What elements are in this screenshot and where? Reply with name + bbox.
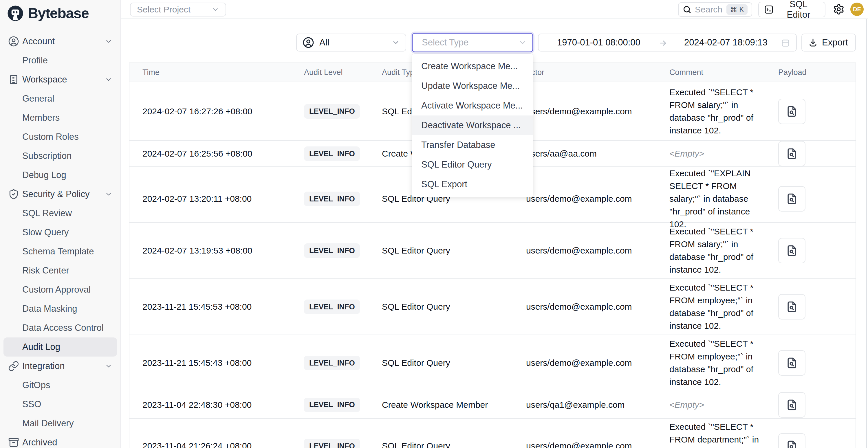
export-button[interactable]: Export [801, 34, 856, 52]
cell-audit-level: LEVEL_INFO [302, 419, 380, 448]
cell-payload [775, 223, 856, 279]
cell-actor: users/demo@example.com [523, 167, 666, 231]
cell-actor: users/aa@aa.com [523, 141, 666, 166]
sidebar-item-label: General [22, 94, 54, 104]
gear-icon [833, 3, 844, 15]
sidebar-item-integration[interactable]: Integration [0, 357, 120, 376]
nav-icon-spacer [8, 265, 19, 276]
payload-view-button[interactable] [778, 433, 805, 448]
search-placeholder: Search [695, 5, 726, 14]
sidebar-item-account[interactable]: Account [0, 32, 120, 51]
type-menu-item-label: Transfer Database [421, 140, 495, 150]
cell-audit-type: SQL Editor Query [380, 335, 523, 391]
sidebar-item-custom-roles[interactable]: Custom Roles [0, 127, 120, 147]
building-icon [8, 74, 19, 85]
sidebar-item-custom-approval[interactable]: Custom Approval [0, 280, 120, 299]
sidebar-item-schema-template[interactable]: Schema Template [0, 242, 120, 261]
sidebar-item-general[interactable]: General [0, 89, 120, 108]
column-header-comment: Comment [666, 63, 775, 82]
bytebase-logo-icon [7, 5, 24, 22]
cell-actor: users/demo@example.com [523, 335, 666, 391]
actor-filter-select[interactable]: All [296, 34, 406, 52]
payload-view-button[interactable] [778, 186, 805, 212]
type-menu-item-label: Create Workspace Me... [421, 61, 518, 71]
column-header-actor: Actor [523, 63, 666, 82]
link-icon [8, 361, 19, 372]
table-row: 2023-11-21 15:45:53 +08:00 LEVEL_INFO SQ… [129, 279, 856, 335]
type-menu-item-update-workspace-me[interactable]: Update Workspace Me... [412, 76, 533, 96]
type-filter-select[interactable]: Select Type [412, 33, 533, 52]
sidebar-item-slow-query[interactable]: Slow Query [0, 223, 120, 242]
sidebar-item-label: Schema Template [22, 246, 94, 257]
type-menu-item-sql-editor-query[interactable]: SQL Editor Query [412, 155, 533, 174]
scrollbar[interactable] [866, 19, 867, 448]
sidebar-item-members[interactable]: Members [0, 108, 120, 127]
type-menu-item-create-workspace-me[interactable]: Create Workspace Me... [412, 57, 533, 76]
nav-icon-spacer [8, 151, 19, 161]
sidebar-item-gitops[interactable]: GitOps [0, 376, 120, 395]
sidebar-item-mail-delivery[interactable]: Mail Delivery [0, 414, 120, 433]
level-badge: LEVEL_INFO [304, 147, 360, 161]
cell-payload [775, 82, 856, 140]
sidebar-item-label: Security & Policy [22, 189, 90, 199]
sidebar-item-label: Audit Log [22, 342, 60, 352]
nav-icon-spacer [8, 380, 19, 391]
payload-view-button[interactable] [778, 350, 805, 376]
chevron-down-icon [392, 38, 400, 46]
payload-view-button[interactable] [778, 141, 805, 166]
sidebar-item-profile[interactable]: Profile [0, 51, 120, 70]
type-menu-item-transfer-database[interactable]: Transfer Database [412, 135, 533, 155]
cell-audit-level: LEVEL_INFO [302, 141, 380, 166]
search-input[interactable]: Search ⌘ K [678, 2, 752, 17]
column-header-audit-level: Audit Level [302, 63, 380, 82]
sidebar-item-security-policy[interactable]: Security & Policy [0, 185, 120, 204]
sidebar-item-workspace[interactable]: Workspace [0, 70, 120, 89]
sidebar-item-label: GitOps [22, 380, 50, 390]
sidebar-item-data-access-control[interactable]: Data Access Control [0, 318, 120, 338]
date-range-picker[interactable]: 1970-01-01 08:00:00 2024-02-07 18:09:13 [538, 34, 797, 52]
sidebar-item-label: Mail Delivery [22, 418, 73, 428]
type-menu-item-label: SQL Editor Query [421, 159, 492, 170]
cell-actor: users/demo@example.com [523, 82, 666, 140]
brand-logo[interactable]: Bytebase [0, 0, 120, 27]
settings-gear-button[interactable] [833, 3, 845, 15]
payload-view-button[interactable] [778, 238, 805, 263]
type-menu-item-label: Activate Workspace Me... [421, 100, 523, 111]
project-select[interactable]: Select Project [130, 3, 226, 17]
sidebar-item-sql-review[interactable]: SQL Review [0, 204, 120, 223]
type-menu-item-deactivate-workspace[interactable]: Deactivate Workspace ... [412, 116, 533, 135]
sidebar-item-data-masking[interactable]: Data Masking [0, 299, 120, 318]
sidebar-item-risk-center[interactable]: Risk Center [0, 261, 120, 280]
cell-time: 2024-02-07 13:19:53 +08:00 [129, 223, 302, 279]
sidebar-item-sso[interactable]: SSO [0, 395, 120, 414]
file-search-icon [785, 440, 798, 448]
payload-view-button[interactable] [778, 99, 805, 124]
download-icon [808, 38, 817, 47]
table-row: 2023-11-21 15:45:43 +08:00 LEVEL_INFO SQ… [129, 335, 856, 391]
user-avatar[interactable]: DE [850, 3, 864, 16]
cell-comment: Executed `"SELECT * FROM department;"` i… [666, 419, 775, 448]
type-menu-item-activate-workspace-me[interactable]: Activate Workspace Me... [412, 96, 533, 116]
sidebar-nav: Account Profile Workspace General Member… [0, 27, 120, 448]
sidebar-item-audit-log[interactable]: Audit Log [3, 338, 117, 357]
type-filter-menu: Create Workspace Me... Update Workspace … [412, 54, 533, 197]
cell-actor: users/demo@example.com [523, 419, 666, 448]
level-badge: LEVEL_INFO [304, 104, 360, 119]
sidebar-item-debug-log[interactable]: Debug Log [0, 165, 120, 185]
sidebar-item-subscription[interactable]: Subscription [0, 147, 120, 165]
payload-view-button[interactable] [778, 392, 805, 418]
type-menu-item-sql-export[interactable]: SQL Export [412, 174, 533, 194]
sidebar-item-archived[interactable]: Archived [0, 433, 120, 448]
cell-audit-type: Create Workspace Member [380, 391, 523, 418]
search-shortcut-badge: ⌘ K [726, 4, 748, 15]
nav-icon-spacer [8, 284, 19, 295]
level-badge: LEVEL_INFO [304, 439, 360, 448]
sql-editor-button[interactable]: SQL Editor [758, 2, 826, 18]
type-menu-item-label: Deactivate Workspace ... [421, 120, 521, 130]
file-search-icon [785, 147, 798, 160]
file-search-icon [785, 192, 798, 205]
level-badge: LEVEL_INFO [304, 299, 360, 314]
cell-audit-level: LEVEL_INFO [302, 167, 380, 231]
payload-view-button[interactable] [778, 294, 805, 320]
calendar-icon [781, 38, 790, 48]
